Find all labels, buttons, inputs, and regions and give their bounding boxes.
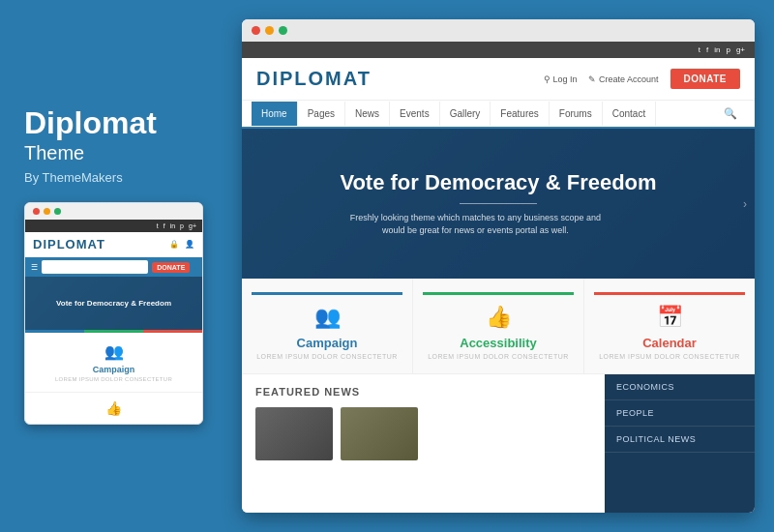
browser-dot-yellow <box>265 26 274 35</box>
left-panel: Diplomat Theme By ThemeMakers t f in p g… <box>24 107 237 425</box>
browser-social-bar: t f in p g+ <box>242 42 755 58</box>
browser-linkedin-icon: in <box>714 45 720 54</box>
browser-create-account[interactable]: ✎ Create Account <box>588 74 658 84</box>
mobile-search-input[interactable] <box>42 260 148 274</box>
calendar-lorem: LOREM IPSUM DOLOR CONSECTETUR <box>594 353 745 360</box>
browser-sidebar: ECONOMICS PEOPLE POLITICAL NEWS <box>605 374 755 513</box>
mobile-nav-bar: ☰ DONATE › <box>25 257 202 277</box>
calendar-title: Calendar <box>594 336 745 350</box>
sidebar-item-economics[interactable]: ECONOMICS <box>605 374 755 400</box>
mobile-facebook-icon: f <box>164 222 165 229</box>
mobile-hero: Vote for Democracy & Freedom <box>25 277 202 330</box>
mobile-color-bar <box>25 330 202 333</box>
mobile-bar-green <box>84 330 143 333</box>
theme-name: Diplomat <box>24 107 237 138</box>
featured-news-title: FEATURED NEWS <box>255 386 591 398</box>
mobile-social-bar: t f in p g+ <box>25 220 202 232</box>
mobile-feature-campaign: 👥 Campaign LOREM IPSUM DOLOR CONSECTETUR <box>25 333 202 393</box>
browser-nav-forums[interactable]: Forums <box>550 102 603 126</box>
browser-dot-green <box>279 26 287 35</box>
mobile-dot-green <box>54 208 61 215</box>
mobile-campaign-lorem: LOREM IPSUM DOLOR CONSECTETUR <box>33 376 194 382</box>
hero-next-arrow[interactable]: › <box>743 197 747 211</box>
campaign-icon: 👥 <box>252 305 402 330</box>
campaign-title: Campaign <box>252 336 402 350</box>
browser-header-right: ⚲ Log In ✎ Create Account DONATE <box>544 69 740 89</box>
browser-nav-gallery[interactable]: Gallery <box>440 102 491 126</box>
mobile-header: DIPLOMAT 🔒 👤 <box>25 232 202 257</box>
campaign-lorem: LOREM IPSUM DOLOR CONSECTETUR <box>252 353 402 360</box>
hero-subtitle: Freshly looking theme which matches to a… <box>340 212 610 238</box>
mobile-campaign-icon: 👥 <box>33 342 194 361</box>
hero-title: Vote for Democracy & Freedom <box>340 170 656 195</box>
browser-facebook-icon: f <box>706 45 708 54</box>
browser-twitter-icon: t <box>699 45 700 54</box>
browser-nav-news[interactable]: News <box>345 102 390 126</box>
mobile-linkedin-icon: in <box>170 222 175 229</box>
calendar-color-line <box>594 292 745 295</box>
browser-dot-red <box>252 26 260 35</box>
accessibility-icon: 👍 <box>423 305 574 330</box>
accessibility-color-line <box>423 292 574 295</box>
mobile-accessibility-icon: 👍 <box>105 400 122 416</box>
browser-nav-events[interactable]: Events <box>390 102 440 126</box>
mobile-user-icon: 👤 <box>185 240 194 249</box>
mobile-bar-red <box>143 330 202 333</box>
browser-donate-button[interactable]: DONATE <box>670 69 740 89</box>
browser-nav-contact[interactable]: Contact <box>603 102 656 126</box>
mobile-donate-button[interactable]: DONATE <box>152 262 190 273</box>
browser-pinterest-icon: p <box>726 45 729 54</box>
browser-nav-features[interactable]: Features <box>491 102 549 126</box>
accessibility-lorem: LOREM IPSUM DOLOR CONSECTETUR <box>423 353 574 360</box>
news-image-2 <box>341 407 418 460</box>
mobile-lock-icon: 🔒 <box>169 240 179 249</box>
sidebar-item-political-news[interactable]: POLITICAL NEWS <box>605 427 755 453</box>
news-image-1 <box>255 407 333 460</box>
mobile-arrow-icon: › <box>194 263 196 272</box>
mobile-logo: DIPLOMAT <box>33 237 105 251</box>
accessibility-title: Accessibility <box>423 336 574 350</box>
mobile-hamburger-icon[interactable]: ☰ <box>31 263 38 272</box>
calendar-icon: 📅 <box>594 305 745 330</box>
browser-feature-calendar: 📅 Calendar LOREM IPSUM DOLOR CONSECTETUR <box>584 279 755 373</box>
mobile-dot-yellow <box>44 208 50 215</box>
browser-mockup: t f in p g+ DIPLOMAT ⚲ Log In ✎ Create A… <box>242 19 755 513</box>
browser-logo: DIPLOMAT <box>256 68 372 90</box>
browser-bottom: FEATURED NEWS ECONOMICS PEOPLE POLITICAL… <box>242 374 755 513</box>
hero-content: Vote for Democracy & Freedom Freshly loo… <box>340 170 656 238</box>
campaign-color-line <box>252 292 402 295</box>
mobile-pinterest-icon: p <box>180 222 184 229</box>
news-images <box>255 407 591 460</box>
browser-google-icon: g+ <box>736 45 745 54</box>
browser-header: DIPLOMAT ⚲ Log In ✎ Create Account DONAT… <box>242 58 755 101</box>
theme-subtitle: Theme <box>24 142 237 164</box>
mobile-mockup: t f in p g+ DIPLOMAT 🔒 👤 ☰ DONATE › Vote… <box>24 202 203 425</box>
theme-author: By ThemeMakers <box>24 170 237 185</box>
browser-nav-home[interactable]: Home <box>252 102 298 126</box>
hero-divider <box>460 203 537 204</box>
mobile-twitter-icon: t <box>157 222 159 229</box>
mobile-feature-accessibility: 👍 <box>25 393 202 424</box>
browser-feature-accessibility: 👍 Accessibility LOREM IPSUM DOLOR CONSEC… <box>413 279 584 373</box>
browser-nav: Home Pages News Events Gallery Features … <box>242 101 755 129</box>
browser-nav-pages[interactable]: Pages <box>298 102 345 126</box>
browser-search-icon[interactable]: 🔍 <box>716 101 745 127</box>
mobile-top-bar <box>25 203 202 220</box>
browser-hero: Vote for Democracy & Freedom Freshly loo… <box>242 129 755 279</box>
browser-features: 👥 Campaign LOREM IPSUM DOLOR CONSECTETUR… <box>242 279 755 374</box>
browser-login[interactable]: ⚲ Log In <box>544 74 578 84</box>
mobile-dot-red <box>33 208 40 215</box>
mobile-bar-blue <box>25 330 84 333</box>
browser-feature-campaign: 👥 Campaign LOREM IPSUM DOLOR CONSECTETUR <box>242 279 413 373</box>
browser-news-section: FEATURED NEWS <box>242 374 605 513</box>
mobile-google-icon: g+ <box>189 222 196 229</box>
mobile-hero-text: Vote for Democracy & Freedom <box>48 299 179 308</box>
sidebar-item-people[interactable]: PEOPLE <box>605 400 755 427</box>
browser-top-bar <box>242 19 755 42</box>
mobile-campaign-title: Campaign <box>33 365 194 374</box>
mobile-header-icons: 🔒 👤 <box>169 240 194 249</box>
